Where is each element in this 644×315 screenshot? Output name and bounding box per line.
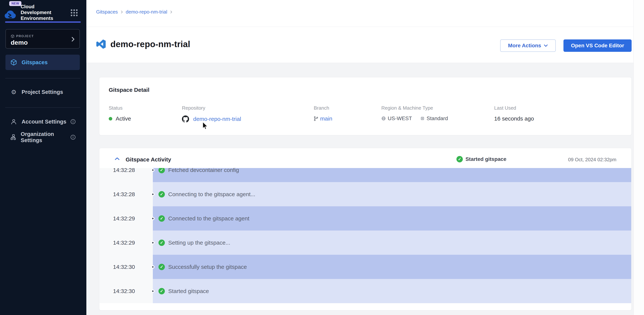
sidebar-item-project-settings[interactable]: ⚙ Project Settings	[6, 84, 80, 100]
more-actions-label: More Actions	[508, 42, 541, 48]
cloud-development-environments-app: NEW Cloud Development Environments PROJE…	[0, 0, 644, 315]
activity-row: 14:32:28 ✓ Fetched devcontainer config	[100, 168, 631, 182]
collapse-chevron-icon[interactable]	[114, 157, 120, 162]
divider	[5, 78, 80, 78]
repository-label: Repository	[182, 105, 241, 111]
scrollbar-track[interactable]	[634, 0, 644, 315]
sidebar: NEW Cloud Development Environments PROJE…	[0, 0, 86, 315]
info-icon[interactable]	[70, 134, 76, 140]
brand-underline	[5, 22, 81, 23]
activity-row: 14:32:30 ✓ Successfully setup the gitspa…	[100, 255, 631, 279]
new-badge: NEW	[9, 1, 22, 6]
project-name: demo	[11, 39, 28, 46]
timeline-dot-icon	[151, 241, 154, 244]
activity-message: Setting up the gitspace...	[168, 240, 230, 246]
activity-row: 14:32:30 ✓ Started gitspace	[100, 279, 631, 303]
branch-label: Branch	[314, 105, 332, 111]
machine-value: Standard	[426, 116, 448, 122]
chevron-right-icon	[71, 36, 75, 42]
chevron-right-icon	[120, 10, 123, 14]
success-check-icon: ✓	[158, 264, 165, 270]
github-icon	[182, 116, 189, 122]
activity-status-time: 09 Oct, 2024 02:32pm	[568, 157, 616, 162]
activity-status: ✓ Started gitspace	[456, 156, 506, 162]
activity-timestamp: 14:32:29	[100, 215, 135, 222]
gitspace-detail-card: Gitspace Detail Status Active Repository…	[99, 77, 632, 135]
breadcrumb-link-gitspaces[interactable]: Gitspaces	[96, 9, 118, 15]
gitspace-activity-card: Gitspace Activity ✓ Started gitspace 09 …	[99, 148, 632, 310]
region-value: US-WEST	[388, 116, 412, 122]
status-label: Status	[109, 105, 131, 111]
activity-stripe: ✓ Started gitspace	[153, 279, 631, 303]
timeline-dot-icon	[151, 168, 154, 172]
activity-row: 14:32:28 ✓ Connecting to the gitspace ag…	[100, 182, 631, 206]
activity-card-title: Gitspace Activity	[126, 156, 171, 163]
branch-link[interactable]: main	[320, 116, 332, 122]
main-content: Gitspaces demo-repo-nm-trial demo-repo-n…	[86, 0, 634, 315]
activity-stripe: ✓ Setting up the gitspace...	[153, 230, 631, 255]
success-check-icon: ✓	[158, 168, 165, 173]
open-vscode-editor-button[interactable]: Open VS Code Editor	[564, 40, 632, 52]
sidebar-item-label: Gitspaces	[22, 59, 48, 66]
status-value: Active	[116, 116, 131, 122]
breadcrumb: Gitspaces demo-repo-nm-trial	[96, 9, 172, 15]
gear-icon: ⚙	[10, 89, 18, 95]
activity-status-label: Started gitspace	[466, 156, 506, 162]
activity-message: Fetched devcontainer config	[168, 168, 239, 173]
account-settings-icon	[10, 118, 18, 125]
app-grid-icon[interactable]	[71, 10, 78, 17]
activity-message: Started gitspace	[168, 288, 209, 294]
field-last-used: Last Used 16 seconds ago	[494, 105, 534, 122]
info-icon[interactable]	[70, 119, 76, 124]
activity-log: 14:32:28 ✓ Fetched devcontainer config 1…	[100, 168, 631, 303]
breadcrumb-link-repo[interactable]: demo-repo-nm-trial	[126, 9, 167, 15]
chevron-right-icon	[170, 10, 172, 14]
timeline-gutter: 14:32:28	[100, 168, 153, 182]
success-check-icon: ✓	[456, 156, 463, 162]
success-check-icon: ✓	[158, 191, 165, 198]
timeline-gutter: 14:32:29	[100, 206, 153, 230]
activity-stripe: ✓ Connecting to the gitspace agent...	[153, 182, 631, 206]
page-title: demo-repo-nm-trial	[110, 39, 190, 49]
activity-row: 14:32:29 ✓ Setting up the gitspace...	[100, 230, 631, 255]
success-check-icon: ✓	[158, 215, 165, 222]
timeline-dot-icon	[151, 265, 154, 269]
page-header: demo-repo-nm-trial	[96, 39, 190, 49]
activity-stripe: ✓ Successfully setup the gitspace	[153, 255, 631, 279]
project-cube-icon	[11, 34, 14, 38]
globe-icon	[381, 116, 386, 121]
sidebar-item-account-settings[interactable]: Account Settings	[6, 114, 80, 129]
timeline-gutter: 14:32:30	[100, 255, 153, 279]
more-actions-button[interactable]: More Actions	[500, 40, 556, 52]
activity-stripe: ✓ Fetched devcontainer config	[153, 168, 631, 182]
organization-settings-icon	[10, 134, 16, 140]
project-label: PROJECT	[16, 34, 34, 38]
activity-timestamp: 14:32:28	[100, 168, 135, 173]
activity-timestamp: 14:32:28	[100, 191, 135, 198]
activity-row: 14:32:29 ✓ Connected to the gitspace age…	[100, 206, 631, 230]
machine-chip-icon	[420, 116, 425, 121]
activity-timestamp: 14:32:30	[100, 264, 135, 270]
success-check-icon: ✓	[158, 288, 165, 294]
divider	[5, 108, 80, 108]
chevron-down-icon	[544, 44, 548, 47]
repository-link[interactable]: demo-repo-nm-trial	[193, 116, 241, 122]
sidebar-item-label: Account Settings	[22, 119, 66, 125]
project-selector[interactable]: PROJECT demo	[6, 29, 80, 48]
activity-log-scroller[interactable]: 14:32:28 ✓ Fetched devcontainer config 1…	[100, 168, 631, 303]
timeline-gutter: 14:32:30	[100, 279, 153, 303]
sidebar-item-gitspaces[interactable]: Gitspaces	[6, 55, 80, 70]
field-region-machine: Region & Machine Type US-WEST	[381, 105, 448, 122]
field-repository: Repository demo-repo-nm-trial	[182, 105, 241, 122]
brand-title: Cloud Development Environments	[21, 4, 58, 21]
timeline-dot-icon	[151, 192, 154, 196]
last-used-label: Last Used	[494, 105, 534, 111]
activity-timestamp: 14:32:29	[100, 240, 135, 246]
timeline-gutter: 14:32:29	[100, 230, 153, 255]
field-status: Status Active	[109, 105, 131, 122]
last-used-value: 16 seconds ago	[494, 116, 534, 122]
sidebar-item-label: Project Settings	[22, 89, 63, 95]
sidebar-item-label: Organization Settings	[21, 131, 70, 144]
timeline-dot-icon	[151, 217, 154, 220]
sidebar-item-organization-settings[interactable]: Organization Settings	[6, 130, 80, 145]
